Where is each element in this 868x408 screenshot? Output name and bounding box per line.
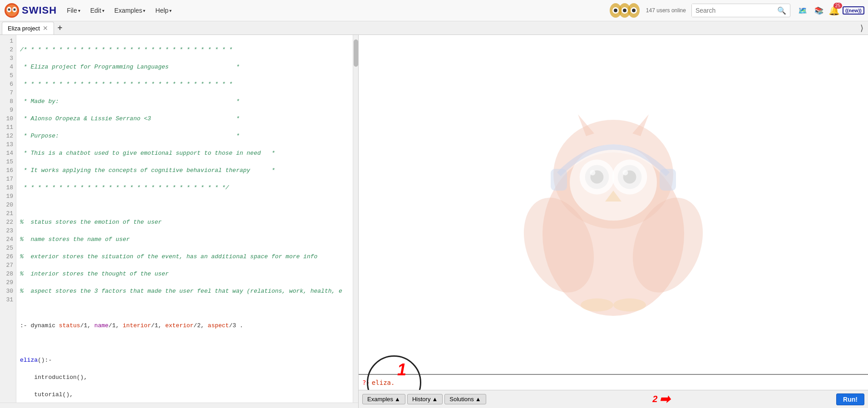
edit-arrow-icon: ▾ [102, 8, 104, 13]
panel-toggle-icon[interactable]: ⟩ [858, 24, 866, 33]
users-label: users online [656, 7, 686, 14]
search-input[interactable] [692, 4, 774, 17]
examples-arrow-icon: ▾ [143, 8, 145, 13]
add-tab-button[interactable]: + [55, 23, 65, 33]
stack-icon-btn[interactable]: 📚 [812, 4, 826, 17]
badge-count: 25 [833, 3, 842, 9]
query-input[interactable] [372, 379, 864, 386]
arrow-right-icon: ➡ [659, 393, 670, 406]
main-tab[interactable]: Eliza project ✕ [2, 22, 54, 34]
code-area[interactable]: /* * * * * * * * * * * * * * * * * * * *… [16, 35, 353, 403]
nav-menu: File ▾ Edit ▾ Examples ▾ Help ▾ [62, 5, 176, 16]
tabs-right: ⟩ [858, 23, 866, 33]
owl-background [359, 35, 868, 390]
users-online: 147 users online [646, 7, 686, 14]
run-annotation: 2 ➡ [652, 393, 670, 406]
owl-eyes-decoration [609, 1, 641, 20]
logo-area: SWISH [4, 2, 57, 19]
svg-point-15 [614, 9, 617, 12]
run-button[interactable]: Run! [836, 393, 864, 405]
svg-point-26 [590, 170, 595, 175]
file-arrow-icon: ▾ [78, 8, 80, 13]
nav-file[interactable]: File ▾ [62, 5, 85, 16]
new-label[interactable]: ((new)) [843, 6, 864, 15]
notification-badge[interactable]: 🔔 25 [829, 5, 840, 16]
tabs-bar: Eliza project ✕ + ⟩ [0, 21, 868, 35]
svg-point-34 [581, 299, 613, 312]
users-count: 147 [646, 7, 655, 14]
solutions-arrow-icon: ▲ [475, 396, 481, 403]
maps-icon-btn[interactable]: 🗺️ [796, 4, 809, 17]
nav-help[interactable]: Help ▾ [151, 5, 176, 16]
code-content: 12345 678910 1112131415 1617181920 21222… [0, 35, 358, 403]
svg-rect-37 [660, 169, 676, 191]
query-area: 1 ?- [359, 374, 868, 390]
nav-examples[interactable]: Examples ▾ [110, 5, 150, 16]
horizontal-scrollbar[interactable] [0, 403, 358, 408]
bottom-toolbar: Examples ▲ History ▲ Solutions ▲ 2 ➡ Run… [359, 390, 868, 408]
examples-arrow-icon: ▲ [395, 396, 400, 403]
vertical-scrollbar[interactable] [353, 35, 358, 403]
query-prompt: ?- [362, 379, 370, 386]
nav-icons: 🗺️ 📚 🔔 25 ((new)) [796, 4, 864, 17]
svg-point-35 [613, 299, 646, 312]
svg-point-16 [623, 9, 626, 12]
svg-point-6 [9, 9, 10, 10]
search-button[interactable]: 🔍 [774, 4, 790, 17]
tab-close-icon[interactable]: ✕ [43, 25, 48, 31]
history-arrow-icon: ▲ [432, 396, 438, 403]
topnav: SWISH File ▾ Edit ▾ Examples ▾ Help ▾ [0, 0, 868, 21]
svg-point-17 [632, 9, 636, 12]
solutions-button[interactable]: Solutions ▲ [444, 394, 486, 404]
code-editor: 12345 678910 1112131415 1617181920 21222… [0, 35, 359, 408]
swish-logo-icon [4, 2, 20, 19]
scrollbar-thumb[interactable] [354, 39, 358, 67]
examples-button[interactable]: Examples ▲ [362, 394, 405, 404]
history-button[interactable]: History ▲ [407, 394, 443, 404]
help-arrow-icon: ▾ [169, 8, 172, 13]
logo-text: SWISH [22, 5, 57, 16]
svg-point-30 [622, 170, 628, 175]
nav-edit[interactable]: Edit ▾ [86, 5, 109, 16]
main-area: 12345 678910 1112131415 1617181920 21222… [0, 35, 868, 408]
tab-label: Eliza project [8, 25, 40, 32]
line-numbers: 12345 678910 1112131415 1617181920 21222… [0, 35, 16, 403]
search-box: 🔍 [691, 4, 790, 17]
svg-rect-36 [551, 169, 567, 191]
right-panel: 1 ?- Examples ▲ History ▲ Solutions ▲ 2 [359, 35, 868, 408]
annotation-number-2: 2 [652, 394, 657, 404]
svg-point-7 [14, 9, 15, 10]
